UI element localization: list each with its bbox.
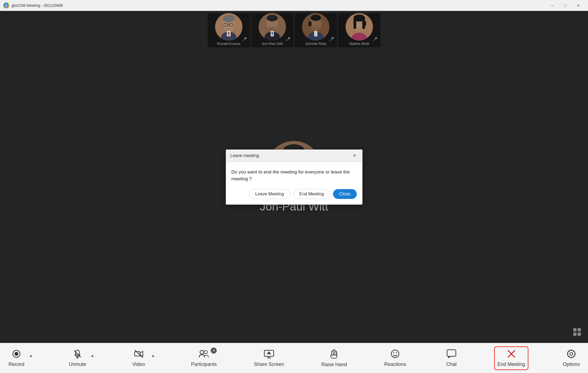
- reactions-icon: [390, 349, 400, 360]
- share-screen-button[interactable]: Share Screen: [251, 347, 287, 369]
- options-button[interactable]: Options: [560, 347, 583, 369]
- title-bar: G gloCOM Meeting - 252120908 ─ □ ✕: [0, 0, 588, 11]
- toolbar-group-options: Options: [560, 347, 583, 369]
- toolbar-group-raisehand: Raise Hand: [318, 347, 350, 370]
- svg-rect-59: [335, 351, 337, 355]
- end-meeting-button[interactable]: End Meeting: [293, 189, 330, 199]
- participants-button[interactable]: 4 Participants: [188, 347, 219, 369]
- unmute-icon: [73, 349, 82, 360]
- toolbar: Record ▲ Unmute ▲: [0, 343, 588, 373]
- toolbar-group-chat: Chat: [441, 347, 462, 369]
- dialog-body: Do you want to end the meeting for every…: [226, 162, 362, 204]
- svg-rect-58: [332, 351, 333, 355]
- svg-rect-63: [447, 350, 456, 356]
- window-controls: ─ □ ✕: [546, 1, 585, 10]
- svg-point-61: [393, 352, 394, 353]
- leave-meeting-button[interactable]: Leave Meeting: [249, 189, 290, 199]
- toolbar-group-sharescreen: Share Screen: [251, 347, 287, 369]
- raise-hand-label: Raise Hand: [321, 362, 347, 368]
- unmute-button[interactable]: Unmute: [66, 347, 89, 369]
- svg-line-50: [135, 350, 143, 358]
- options-label: Options: [563, 362, 580, 367]
- video-arrow[interactable]: ▲: [150, 352, 157, 359]
- dialog-buttons: Leave Meeting End Meeting Close: [231, 189, 357, 199]
- dialog-overlay: Leave meeting ✕ Do you want to end the m…: [0, 11, 588, 343]
- end-meeting-icon: [507, 349, 516, 360]
- end-meeting-label: End Meeting: [497, 362, 525, 367]
- svg-line-75: [573, 351, 574, 352]
- title-bar-left: G gloCOM Meeting - 252120908: [3, 2, 63, 8]
- dialog-message: Do you want to end the meeting for every…: [231, 169, 357, 183]
- dialog-title: Leave meeting: [230, 153, 259, 158]
- toolbar-group-reactions: Reactions: [381, 347, 409, 369]
- svg-point-62: [396, 352, 397, 353]
- close-button[interactable]: Close: [333, 189, 357, 199]
- svg-marker-56: [267, 351, 271, 354]
- record-arrow[interactable]: ▲: [27, 352, 34, 359]
- maximize-button[interactable]: □: [559, 1, 572, 10]
- window-title: gloCOM Meeting - 252120908: [11, 3, 63, 8]
- participants-icon: [199, 349, 209, 360]
- toolbar-group-video: Video ▲: [128, 347, 157, 369]
- video-button[interactable]: Video: [128, 347, 150, 369]
- svg-point-43: [15, 352, 18, 356]
- record-button[interactable]: Record: [5, 347, 27, 369]
- minimize-button[interactable]: ─: [546, 1, 558, 10]
- share-screen-label: Share Screen: [254, 362, 284, 367]
- share-screen-icon: [264, 349, 274, 360]
- svg-point-51: [200, 350, 204, 354]
- dialog-header: Leave meeting ✕: [226, 150, 362, 162]
- toolbar-group-record: Record ▲: [5, 347, 34, 369]
- participant-count: 4: [211, 348, 217, 354]
- record-label: Record: [8, 362, 24, 367]
- end-meeting-button[interactable]: End Meeting: [494, 346, 528, 370]
- toolbar-group-participants: 4 Participants: [188, 347, 219, 369]
- raise-hand-button[interactable]: Raise Hand: [318, 347, 350, 370]
- chat-button[interactable]: Chat: [441, 347, 462, 369]
- svg-point-60: [391, 350, 399, 358]
- svg-text:G: G: [5, 4, 7, 7]
- app-logo: G: [3, 2, 9, 8]
- dialog-close-icon[interactable]: ✕: [351, 152, 358, 159]
- reactions-label: Reactions: [384, 362, 406, 367]
- toolbar-group-endmeeting: End Meeting: [494, 346, 528, 370]
- reactions-button[interactable]: Reactions: [381, 347, 409, 369]
- svg-line-73: [569, 351, 569, 352]
- svg-line-76: [569, 356, 569, 357]
- participants-label: Participants: [191, 362, 217, 367]
- svg-line-74: [573, 356, 574, 357]
- svg-point-52: [204, 351, 207, 354]
- unmute-label: Unmute: [69, 362, 86, 367]
- svg-line-47: [74, 351, 81, 357]
- toolbar-group-unmute: Unmute ▲: [66, 347, 96, 369]
- video-label: Video: [132, 362, 145, 367]
- chat-label: Chat: [446, 362, 457, 367]
- raise-hand-icon: [330, 349, 338, 360]
- leave-meeting-dialog: Leave meeting ✕ Do you want to end the m…: [226, 149, 363, 205]
- options-icon: [567, 349, 576, 360]
- close-button[interactable]: ✕: [572, 1, 585, 10]
- svg-point-67: [570, 352, 573, 355]
- chat-icon: [447, 349, 456, 360]
- video-area: Ronald Krause 🎤 Jon-Paul Witt: [0, 11, 588, 343]
- video-icon: [134, 349, 143, 360]
- record-icon: [12, 349, 21, 360]
- unmute-arrow[interactable]: ▲: [89, 352, 96, 359]
